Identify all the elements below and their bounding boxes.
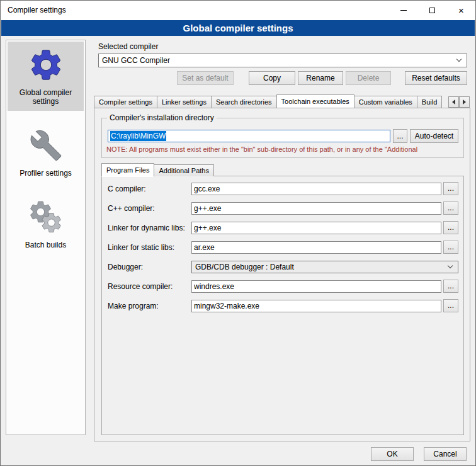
- sidebar-item-label: Global compiler settings: [9, 88, 82, 106]
- page-title: Global compiler settings: [1, 20, 475, 36]
- linker-static-input[interactable]: [191, 241, 441, 254]
- linker-static-browse-button[interactable]: ...: [443, 241, 458, 254]
- sidebar-item-label: Batch builds: [9, 241, 82, 249]
- tab-linker-settings[interactable]: Linker settings: [157, 96, 212, 108]
- settings-sidebar: Global compiler settings Profiler settin…: [6, 40, 86, 435]
- tab-scroll-left-button[interactable]: [448, 96, 459, 108]
- rename-button[interactable]: Rename: [298, 71, 343, 85]
- subtab-program-files[interactable]: Program Files: [101, 163, 154, 177]
- titlebar: Compiler settings ×: [1, 1, 475, 20]
- compiler-select-value: GNU GCC Compiler: [102, 56, 170, 65]
- delete-button[interactable]: Delete: [346, 71, 391, 85]
- install-note: NOTE: All programs must exist either in …: [106, 145, 464, 153]
- close-button[interactable]: ×: [447, 1, 475, 20]
- files-subtabstrip: Program Files Additional Paths: [101, 162, 214, 176]
- install-path-browse-button[interactable]: ...: [393, 129, 407, 143]
- compiler-settings-window: Compiler settings × Global compiler sett…: [0, 0, 476, 466]
- linker-dynamic-label: Linker for dynamic libs:: [108, 224, 185, 232]
- compiler-tabstrip: Compiler settings Linker settings Search…: [94, 94, 470, 108]
- debugger-select-value: GDB/CDB debugger : Default: [195, 263, 294, 271]
- sidebar-item-global-compiler-settings[interactable]: Global compiler settings: [8, 42, 84, 111]
- make-program-browse-button[interactable]: ...: [443, 299, 458, 312]
- maximize-icon: [429, 8, 435, 13]
- blue-gear-icon: [26, 45, 65, 84]
- tab-build[interactable]: Build: [417, 96, 442, 108]
- reset-defaults-button[interactable]: Reset defaults: [405, 71, 467, 85]
- gray-gears-icon: [26, 198, 65, 237]
- cpp-compiler-input[interactable]: [191, 202, 441, 215]
- linker-dynamic-browse-button[interactable]: ...: [443, 221, 458, 234]
- linker-dynamic-input[interactable]: [191, 222, 441, 234]
- linker-static-label: Linker for static libs:: [108, 243, 174, 252]
- installation-directory-title: Compiler's installation directory: [107, 113, 217, 122]
- profiler-tool-icon: [26, 126, 65, 165]
- resource-compiler-browse-button[interactable]: ...: [443, 280, 458, 293]
- copy-button[interactable]: Copy: [249, 71, 295, 85]
- close-icon: ×: [458, 6, 464, 15]
- tab-scroll-right-button[interactable]: [459, 96, 470, 108]
- subtab-additional-paths[interactable]: Additional Paths: [154, 164, 214, 176]
- tab-search-directories[interactable]: Search directories: [211, 96, 277, 108]
- set-as-default-button[interactable]: Set as default: [177, 71, 234, 85]
- c-compiler-browse-button[interactable]: ...: [443, 182, 458, 195]
- tab-custom-variables[interactable]: Custom variables: [354, 96, 417, 108]
- minimize-icon: [400, 10, 407, 11]
- cancel-button[interactable]: Cancel: [424, 447, 467, 461]
- chevron-right-icon: [463, 99, 466, 105]
- tab-toolchain-executables[interactable]: Toolchain executables: [276, 94, 354, 108]
- tab-compiler-settings[interactable]: Compiler settings: [94, 96, 157, 108]
- sidebar-item-profiler-settings[interactable]: Profiler settings: [8, 122, 84, 183]
- chevron-down-icon: [448, 264, 455, 270]
- make-program-label: Make program:: [108, 302, 159, 310]
- resource-compiler-input[interactable]: [191, 280, 441, 293]
- chevron-down-icon: [457, 57, 463, 64]
- ok-button[interactable]: OK: [371, 447, 414, 461]
- sidebar-item-label: Profiler settings: [9, 169, 82, 178]
- c-compiler-label: C compiler:: [108, 185, 146, 193]
- chevron-left-icon: [452, 99, 455, 105]
- cpp-compiler-label: C++ compiler:: [108, 204, 155, 213]
- debugger-select[interactable]: GDB/CDB debugger : Default: [191, 261, 458, 273]
- install-path-value: C:\raylib\MinGW: [110, 131, 166, 141]
- autodetect-button[interactable]: Auto-detect: [410, 129, 458, 143]
- resource-compiler-label: Resource compiler:: [108, 282, 173, 291]
- debugger-label: Debugger:: [108, 263, 143, 271]
- compiler-select[interactable]: GNU GCC Compiler: [98, 54, 467, 67]
- c-compiler-input[interactable]: [191, 183, 441, 195]
- sidebar-item-batch-builds[interactable]: Batch builds: [8, 194, 84, 254]
- make-program-input[interactable]: [191, 300, 441, 312]
- maximize-button[interactable]: [418, 1, 446, 20]
- window-title: Compiler settings: [8, 6, 66, 14]
- cpp-compiler-browse-button[interactable]: ...: [443, 202, 458, 215]
- tabs-viewport: Compiler settings Linker settings Search…: [94, 94, 448, 108]
- minimize-button[interactable]: [389, 1, 417, 20]
- install-path-input[interactable]: C:\raylib\MinGW: [108, 130, 390, 142]
- selected-compiler-label: Selected compiler: [98, 42, 158, 51]
